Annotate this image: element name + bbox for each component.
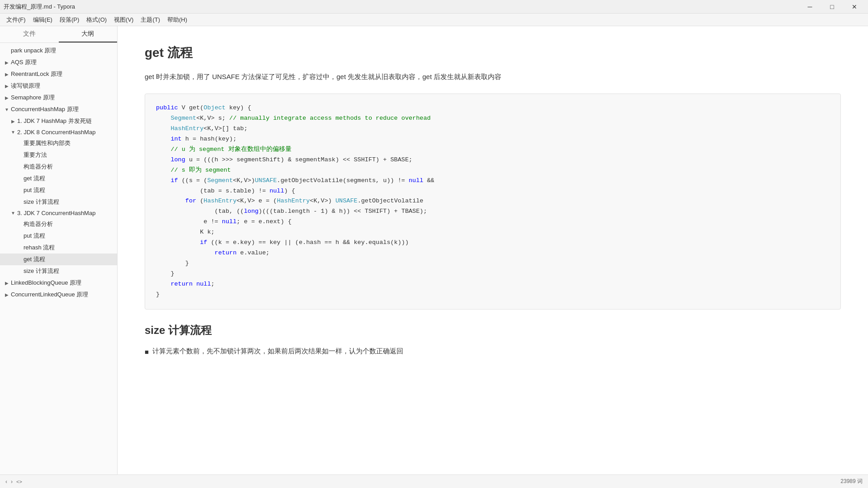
tree-item-label: 重要方法: [24, 151, 47, 159]
tree-item[interactable]: ConcurrentLinkedQueue 原理: [0, 289, 117, 300]
code-token: &&: [423, 177, 434, 184]
sidebar-tab-files[interactable]: 文件: [0, 26, 59, 42]
tree-item-label: get 流程: [24, 255, 45, 263]
code-token: null: [269, 188, 284, 194]
menu-item-F[interactable]: 文件(F): [3, 14, 29, 25]
code-token: (tab, ((: [156, 208, 244, 215]
code-token: // u 为 segment 对象在数组中的偏移量: [156, 146, 292, 153]
tree-item[interactable]: put 流程: [0, 184, 117, 196]
menu-item-E[interactable]: 编辑(E): [29, 14, 56, 25]
tree-item[interactable]: ReentrantLock 原理: [0, 68, 117, 80]
tree-item[interactable]: AQS 原理: [0, 56, 117, 68]
code-token: )(((tab.length - 1) & h)) << TSHIFT) + T…: [259, 208, 427, 215]
code-token: (: [196, 197, 203, 204]
tree-item[interactable]: 3. JDK 7 ConcurrentHashMap: [0, 208, 117, 218]
tree-arrow-icon: [4, 71, 10, 77]
code-token: HashEntry: [203, 197, 236, 204]
tree-arrow-icon: [16, 175, 23, 182]
tree-item[interactable]: get 流程: [0, 253, 117, 265]
tree-arrow-icon: [4, 59, 10, 66]
statusbar: ‹ › <> 23989 词: [0, 474, 868, 488]
tree-item[interactable]: 构造器分析: [0, 218, 117, 230]
tree-item[interactable]: Semaphore 原理: [0, 92, 117, 103]
main-content: get 流程 get 时并未加锁，用了 UNSAFE 方法保证了可见性，扩容过中…: [118, 26, 868, 474]
tree-item[interactable]: get 流程: [0, 173, 117, 184]
code-token: <K,V>[] tab;: [203, 125, 247, 132]
code-token: h = hash(key);: [182, 136, 237, 142]
code-line: if ((k = e.key) == key || (e.hash == h &…: [156, 238, 830, 248]
code-token: (tab = s.table) !=: [156, 188, 269, 194]
code-token: Object: [203, 104, 226, 111]
code-token: }: [156, 260, 189, 267]
sidebar-content: park unpack 原理AQS 原理ReentrantLock 原理读写锁原…: [0, 43, 117, 474]
nav-forward-icon[interactable]: ›: [11, 479, 13, 485]
nav-back-icon[interactable]: ‹: [5, 479, 7, 485]
tree-item[interactable]: size 计算流程: [0, 265, 117, 277]
tree-item[interactable]: 重要方法: [0, 149, 117, 161]
tree-item-label: 构造器分析: [24, 163, 53, 171]
tree-item[interactable]: LinkedBlockingQueue 原理: [0, 277, 117, 289]
code-token: ((k = e.key) == key || (e.hash == h && k…: [207, 239, 409, 246]
menu-item-V[interactable]: 视图(V): [110, 14, 137, 25]
get-description: get 时并未加锁，用了 UNSAFE 方法保证了可见性，扩容过中，get 先发…: [145, 70, 841, 83]
code-line: (tab = s.table) != null) {: [156, 186, 830, 197]
tree-item[interactable]: size 计算流程: [0, 196, 117, 208]
code-token: long: [156, 156, 185, 163]
tree-item-label: AQS 原理: [11, 58, 37, 66]
bullet-dot: ■: [145, 346, 149, 358]
code-token: u = (((h >>> segmentShift) & segmentMask…: [185, 156, 412, 163]
code-line: if ((s = (Segment<K,V>)UNSAFE.getObjectV…: [156, 176, 830, 186]
tree-item[interactable]: put 流程: [0, 230, 117, 242]
menu-item-P[interactable]: 段落(P): [56, 14, 83, 25]
page-heading-size: size 计算流程: [145, 323, 841, 338]
tree-item-label: Semaphore 原理: [11, 94, 55, 102]
tree-arrow-icon: [10, 210, 16, 216]
code-token: }: [156, 291, 160, 298]
tree-arrow-icon: [16, 164, 23, 170]
tree-item[interactable]: ConcurrentHashMap 原理: [0, 103, 117, 115]
close-button[interactable]: ✕: [844, 0, 864, 14]
code-token: Segment: [207, 177, 233, 184]
menubar: 文件(F)编辑(E)段落(P)格式(O)视图(V)主题(T)帮助(H): [0, 14, 868, 26]
tree-item[interactable]: 1. JDK 7 HashMap 并发死链: [0, 115, 117, 127]
code-token: Segment: [170, 115, 196, 122]
tree-arrow-icon: [16, 187, 23, 193]
tree-arrow-icon: [16, 256, 23, 263]
tree-item-label: size 计算流程: [24, 267, 59, 275]
code-line: }: [156, 269, 830, 279]
tree-item[interactable]: 重要属性和内部类: [0, 137, 117, 149]
tree-arrow-icon: [16, 152, 23, 158]
minimize-button[interactable]: ─: [800, 0, 820, 14]
code-token: e.value;: [236, 249, 269, 256]
menu-item-H[interactable]: 帮助(H): [164, 14, 191, 25]
code-token: if: [156, 177, 178, 184]
menu-item-O[interactable]: 格式(O): [83, 14, 110, 25]
tree-item-label: size 计算流程: [24, 198, 59, 206]
tree-item[interactable]: 2. JDK 8 ConcurrentHashMap: [0, 127, 117, 137]
tree-arrow-icon: [16, 268, 23, 274]
tree-item[interactable]: rehash 流程: [0, 242, 117, 253]
tree-item[interactable]: 读写锁原理: [0, 80, 117, 92]
tree-arrow-icon: [16, 244, 23, 251]
tree-arrow-icon: [4, 83, 10, 89]
tree-item[interactable]: 构造器分析: [0, 161, 117, 173]
code-line: // u 为 segment 对象在数组中的偏移量: [156, 145, 830, 155]
titlebar: 开发编程_原理.md - Typora ─ □ ✕: [0, 0, 868, 14]
code-token: UNSAFE: [255, 177, 277, 184]
tree-arrow-icon: [4, 94, 10, 101]
tree-arrow-icon: [4, 280, 10, 286]
tree-item[interactable]: park unpack 原理: [0, 45, 117, 56]
code-line: return null;: [156, 279, 830, 290]
code-token: [156, 115, 170, 122]
tree-item-label: 构造器分析: [24, 220, 53, 228]
code-token: // manually integrate access methods to …: [229, 115, 431, 122]
menu-item-T[interactable]: 主题(T): [137, 14, 164, 25]
tree-item-label: rehash 流程: [24, 244, 55, 252]
source-mode-icon[interactable]: <>: [16, 479, 22, 484]
code-token: ; e = e.next) {: [236, 218, 292, 225]
sidebar-tab-outline[interactable]: 大纲: [59, 26, 118, 42]
maximize-button[interactable]: □: [822, 0, 842, 14]
tree-item-label: ConcurrentLinkedQueue 原理: [11, 291, 88, 299]
code-line: K k;: [156, 227, 830, 238]
code-block-get: public V get(Object key) { Segment<K,V> …: [145, 94, 841, 310]
